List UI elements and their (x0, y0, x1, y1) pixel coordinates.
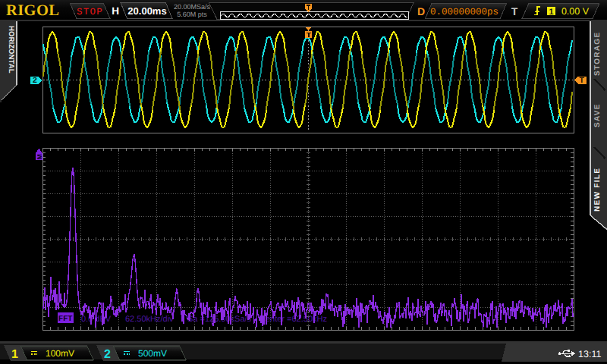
svg-text:STORAGE: STORAGE (593, 32, 602, 76)
svg-text:20.00ms: 20.00ms (127, 5, 166, 17)
svg-text:0.00000000ps: 0.00000000ps (430, 7, 498, 17)
svg-text:HORIZONTAL: HORIZONTAL (7, 26, 15, 74)
svg-text:5.60M pts: 5.60M pts (177, 11, 207, 18)
svg-text:20.00MSa/s: 20.00MSa/s (174, 3, 211, 11)
svg-text:Sa =125.00kSa/s: Sa =125.00kSa/s (187, 315, 252, 324)
svg-text:T: T (580, 76, 585, 85)
svg-text:M: M (36, 154, 43, 159)
svg-text:T: T (511, 5, 518, 17)
svg-text:62.50kHz/div: 62.50kHz/div (125, 315, 174, 324)
svg-text:D: D (417, 5, 425, 17)
svg-text:NEW FILE: NEW FILE (593, 168, 602, 212)
svg-text:1: 1 (11, 348, 18, 361)
svg-text:2: 2 (33, 76, 37, 85)
svg-text:1: 1 (549, 8, 553, 17)
svg-text:2: 2 (104, 348, 111, 361)
svg-text:STOP: STOP (77, 7, 103, 17)
svg-text:500mV: 500mV (138, 348, 167, 359)
svg-text:100mV: 100mV (46, 348, 74, 359)
svg-text:13:11: 13:11 (578, 349, 601, 359)
svg-text:SAVE: SAVE (593, 103, 602, 127)
svg-text:Center =62.50kHz: Center =62.50kHz (259, 315, 327, 324)
svg-text:H: H (112, 5, 119, 17)
svg-text:FFT: FFT (58, 315, 72, 323)
svg-text:0.00 V: 0.00 V (561, 6, 590, 17)
svg-text:RIGOL: RIGOL (6, 2, 59, 19)
